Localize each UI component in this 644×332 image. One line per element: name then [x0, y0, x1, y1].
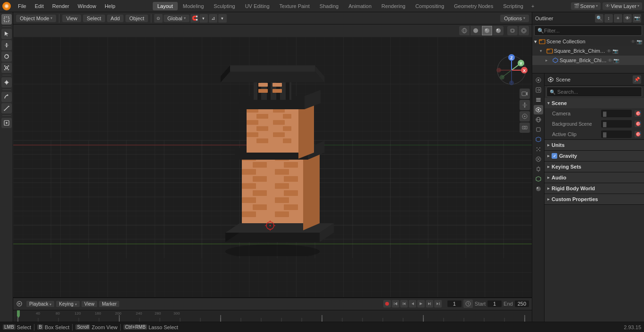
- gravity-checkbox[interactable]: ✓: [552, 153, 557, 159]
- tool-measure[interactable]: [1, 103, 12, 113]
- tool-rotate[interactable]: [1, 51, 12, 62]
- record-btn[interactable]: [383, 300, 391, 308]
- overlay-btn[interactable]: [507, 26, 518, 35]
- audio-section-header[interactable]: ▸ Audio: [545, 172, 644, 183]
- vp-tool-snap-view[interactable]: [520, 111, 530, 121]
- outliner-render-btn[interactable]: 📷: [633, 14, 641, 23]
- tab-animation[interactable]: Animation: [344, 2, 376, 10]
- menu-file[interactable]: File: [14, 2, 30, 10]
- tab-scripting[interactable]: Scripting: [498, 2, 528, 10]
- outliner-item-1[interactable]: ▸ Square_Brick_Chimney_C 👁 📷: [532, 56, 644, 65]
- prop-icon-render[interactable]: [534, 75, 543, 85]
- prop-icon-physics[interactable]: [534, 154, 543, 164]
- outliner-new-btn[interactable]: +: [614, 14, 622, 23]
- active-clip-picker-btn[interactable]: 🎯: [635, 131, 641, 138]
- vp-tool-camera-2[interactable]: [520, 122, 530, 133]
- marker-menu[interactable]: Marker: [99, 301, 119, 307]
- camera-value[interactable]: ▓: [601, 110, 632, 117]
- menu-render[interactable]: Render: [49, 2, 73, 10]
- chimney-object[interactable]: [197, 58, 348, 256]
- frame-clock-btn[interactable]: [463, 300, 473, 308]
- play-reverse-btn[interactable]: [409, 300, 416, 308]
- add-menu[interactable]: Add: [107, 15, 124, 22]
- item-eye-1[interactable]: 👁: [608, 58, 612, 63]
- prop-icon-output[interactable]: [534, 85, 543, 95]
- menu-edit[interactable]: Edit: [31, 2, 48, 10]
- tab-sculpting[interactable]: Sculpting: [209, 2, 239, 10]
- material-preview-btn[interactable]: [482, 26, 492, 35]
- item-eye-0[interactable]: 👁: [607, 49, 611, 54]
- object-menu[interactable]: Object: [125, 15, 148, 22]
- view-menu[interactable]: View: [62, 15, 81, 22]
- prop-icon-constraints[interactable]: [534, 164, 543, 174]
- select-menu[interactable]: Select: [83, 15, 105, 22]
- xray-btn[interactable]: [519, 26, 529, 35]
- tab-texture-paint[interactable]: Texture Paint: [275, 2, 314, 10]
- jump-end-btn[interactable]: [434, 300, 442, 308]
- next-keyframe-btn[interactable]: [426, 300, 433, 308]
- prop-icon-data[interactable]: [534, 174, 543, 184]
- end-frame-display[interactable]: 250: [515, 300, 529, 307]
- keying-menu[interactable]: Keying ▾: [56, 301, 79, 307]
- tab-add-button[interactable]: +: [528, 2, 537, 10]
- outliner-vis-btn[interactable]: 👁: [623, 14, 632, 23]
- snap-options-btn[interactable]: ▾: [199, 14, 208, 23]
- vp-tool-camera[interactable]: [520, 89, 530, 99]
- gravity-section-header[interactable]: ▸ ✓ Gravity: [545, 151, 644, 161]
- prop-pin-btn[interactable]: 📌: [633, 75, 641, 84]
- tool-scale[interactable]: [1, 63, 12, 73]
- options-btn[interactable]: Options ▾: [500, 15, 529, 22]
- start-frame-display[interactable]: 1: [487, 300, 502, 307]
- tool-select-box[interactable]: [1, 14, 12, 24]
- jump-start-btn[interactable]: [392, 300, 399, 308]
- transform-global-selector[interactable]: Global ▾: [164, 15, 190, 22]
- camera-picker-btn[interactable]: 🎯: [635, 110, 641, 117]
- play-btn[interactable]: [417, 300, 425, 308]
- status-lasso[interactable]: Ctrl+RMB Lasso Select: [124, 324, 178, 330]
- tool-annotate[interactable]: [1, 92, 12, 102]
- object-mode-selector[interactable]: Object Mode ▾: [16, 15, 56, 22]
- item-cam-0[interactable]: 📷: [612, 49, 618, 54]
- vp-tool-pan[interactable]: [520, 100, 530, 110]
- view-layer-selector[interactable]: 👁 View Layer ▾: [603, 2, 642, 10]
- prop-icon-object[interactable]: [534, 125, 543, 134]
- tool-move[interactable]: [1, 40, 12, 50]
- item-cam-1[interactable]: 📷: [613, 58, 619, 63]
- rigid-body-header[interactable]: ▸ Rigid Body World: [545, 183, 644, 194]
- tab-rendering[interactable]: Rendering: [377, 2, 410, 10]
- units-section-header[interactable]: ▸ Units: [545, 140, 644, 150]
- prop-icon-world[interactable]: [534, 115, 543, 124]
- prop-icon-modifier[interactable]: [534, 135, 543, 144]
- solid-btn[interactable]: [471, 26, 481, 35]
- snap-btn[interactable]: 🧲: [190, 14, 199, 23]
- scene-canvas[interactable]: Y X Z: [13, 37, 532, 297]
- tool-transform[interactable]: [1, 77, 12, 88]
- active-clip-value[interactable]: ▓: [601, 130, 632, 138]
- nav-gizmo[interactable]: Y X Z: [495, 54, 528, 87]
- keying-sets-header[interactable]: ▸ Keying Sets: [545, 162, 644, 172]
- bg-scene-value[interactable]: ▓: [601, 120, 632, 128]
- scene-section-header[interactable]: ▾ Scene: [545, 98, 644, 108]
- tab-modeling[interactable]: Modeling: [178, 2, 209, 10]
- timeline-track[interactable]: 0 40 80 120 160 200 240 280 300: [13, 310, 532, 322]
- custom-props-header[interactable]: ▸ Custom Properties: [545, 194, 644, 204]
- scene-selector[interactable]: 🎬 Scene ▾: [571, 2, 601, 10]
- tool-cursor[interactable]: [1, 29, 12, 39]
- scene-collection-header[interactable]: ▾ Scene Collection 👁 📷: [532, 37, 644, 46]
- outliner-search-input[interactable]: [544, 28, 639, 33]
- tool-add-object[interactable]: [1, 118, 12, 128]
- prop-icon-material[interactable]: [534, 184, 543, 194]
- status-zoom[interactable]: Scroll Zoom View: [75, 324, 117, 330]
- app-logo[interactable]: [2, 1, 11, 11]
- outliner-item-0[interactable]: ▾ Square_Brick_Chimney_Corn 👁 📷: [532, 46, 644, 56]
- prop-icon-scene[interactable]: [534, 105, 543, 114]
- outliner-search[interactable]: 🔍: [534, 25, 642, 36]
- proportional-options-btn[interactable]: ▾: [218, 14, 227, 23]
- tab-geometry-nodes[interactable]: Geometry Nodes: [449, 2, 498, 10]
- menu-help[interactable]: Help: [101, 2, 119, 10]
- wireframe-btn[interactable]: [459, 26, 470, 35]
- tab-uv-editing[interactable]: UV Editing: [240, 2, 274, 10]
- tab-shading[interactable]: Shading: [315, 2, 343, 10]
- tab-compositing[interactable]: Compositing: [411, 2, 449, 10]
- bg-scene-picker-btn[interactable]: 🎯: [635, 121, 641, 127]
